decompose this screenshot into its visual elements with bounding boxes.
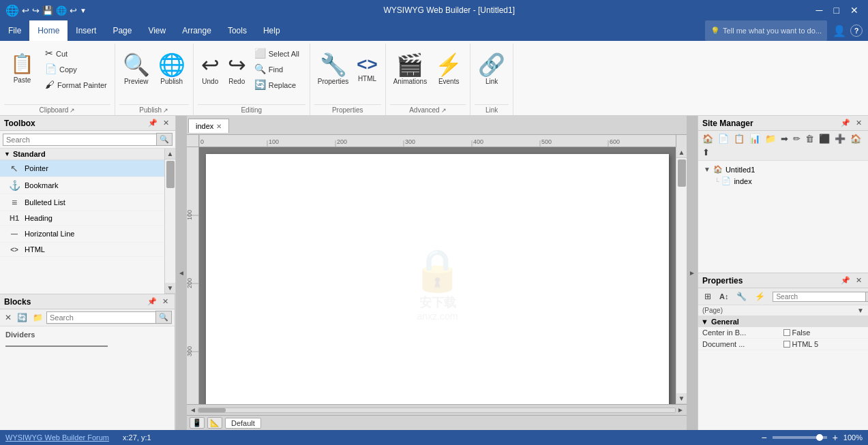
document-checkbox[interactable] [783,341,790,348]
props-tab-typography[interactable]: A↕ [716,290,732,303]
sm-edit-button[interactable]: ✏ [791,132,803,145]
menu-home[interactable]: Home [29,20,68,41]
quick-access-extra[interactable]: ↩ [70,5,77,16]
minimize-button[interactable]: ─ [812,0,827,20]
blocks-delete-button[interactable]: ✕ [3,311,14,324]
account-button[interactable]: 👤 [833,25,846,37]
menu-arrange[interactable]: Arrange [174,20,220,41]
sm-copy-page-button[interactable]: 📋 [732,132,747,145]
cut-button[interactable]: ✂ Cut [42,46,110,61]
events-button[interactable]: ⚡ Events [432,46,466,90]
props-page-dropdown[interactable]: ▼ [857,307,864,314]
undo-button[interactable]: ↩ Undo [198,46,223,90]
canvas-scroll-up[interactable]: ▲ [676,147,687,158]
blocks-refresh-button[interactable]: 🔄 [15,311,29,324]
toolbox-item-html[interactable]: <> HTML [0,243,164,257]
props-tab-events[interactable]: ⚡ [751,290,768,303]
find-button[interactable]: 🔍 Find [251,62,305,77]
toolbox-item-heading[interactable]: H1 Heading [0,211,164,226]
canvas-hscroll-right[interactable]: ► [676,406,685,414]
canvas-hscroll-track[interactable] [198,408,676,413]
toolbox-item-pointer[interactable]: ↖ Pointer [0,160,164,177]
format-painter-button[interactable]: 🖌 Format Painter [42,78,110,93]
toolbox-search-button[interactable]: 🔍 [156,133,173,146]
close-button[interactable]: ✕ [846,0,863,20]
html-button[interactable]: <> HTML [353,46,380,90]
site-manager-pin-button[interactable]: 📌 [839,118,852,128]
sm-root-button[interactable]: 🏠 [848,132,863,145]
replace-button[interactable]: 🔄 Replace [251,78,305,93]
paste-button[interactable]: 📋 Paste [4,46,40,90]
toolbox-scroll-down[interactable]: ▼ [165,283,175,294]
blocks-folder-button[interactable]: 📁 [31,311,45,324]
zoom-thumb[interactable] [816,434,823,441]
props-search-input[interactable] [773,292,866,302]
properties-pin-button[interactable]: 📌 [839,275,852,286]
tab-index-close[interactable]: ✕ [216,123,222,130]
toolbox-item-bulleted-list[interactable]: ≡ Bulleted List [0,194,164,211]
sm-up-button[interactable]: ⬆ [700,146,712,159]
canvas-nav-right[interactable]: ► [687,116,698,430]
sm-export-button[interactable]: ➡ [779,132,790,145]
advanced-expand-icon[interactable]: ↗ [441,107,447,114]
site-manager-close-button[interactable]: ✕ [854,118,864,128]
sm-block-button[interactable]: ⬛ [817,132,832,145]
quick-access-web[interactable]: 🌐 [56,5,67,16]
sm-table-button[interactable]: 📊 [747,132,762,145]
toolbox-close-button[interactable]: ✕ [161,118,171,128]
toolbox-scroll-up[interactable]: ▲ [165,149,175,159]
props-tab-layout[interactable]: ⊞ [701,290,715,303]
toolbox-item-bookmark[interactable]: ⚓ Bookmark [0,177,164,194]
canvas-hscroll-left[interactable]: ◄ [188,406,198,414]
props-search-button[interactable]: 🔍 [865,292,868,302]
sm-new-page-button[interactable]: 📄 [716,132,731,145]
tell-me-bar[interactable]: 💡 Tell me what you want to do... [705,20,827,41]
blocks-pin-button[interactable]: 📌 [145,296,159,307]
redo-button[interactable]: ↪ Redo [224,46,250,90]
help-button[interactable]: ? [850,25,863,37]
menu-insert[interactable]: Insert [68,20,104,41]
menu-view[interactable]: View [140,20,174,41]
link-button[interactable]: 🔗 Link [475,46,509,90]
animations-button[interactable]: 🎬 Animations [390,46,430,90]
zoom-in-button[interactable]: + [833,432,838,443]
maximize-button[interactable]: □ [830,0,843,20]
quick-access-redo[interactable]: ↪ [32,5,40,16]
copy-button[interactable]: 📄 Copy [42,62,110,77]
zoom-out-button[interactable]: − [761,432,766,443]
zoom-slider[interactable] [773,436,827,439]
quick-access-dropdown[interactable]: ▼ [80,7,87,14]
menu-help[interactable]: Help [255,20,288,41]
tree-item-index[interactable]: └ 📄 index [701,175,865,187]
props-section-general[interactable]: ▼ General [698,316,868,327]
toolbox-pin-button[interactable]: 📌 [146,118,160,128]
canvas-scroll-thumb[interactable] [678,159,686,187]
quick-access-save[interactable]: 💾 [42,5,53,16]
canvas-content[interactable]: 🔒 安下载 anxz.com [199,147,676,404]
blocks-close-button[interactable]: ✕ [160,296,170,307]
blocks-search-input[interactable] [46,311,156,324]
canvas-hscroll-thumb[interactable] [198,408,226,412]
canvas-nav-left[interactable]: ◄ [176,116,187,430]
canvas-responsive-button[interactable]: 📐 [207,417,222,429]
tab-index[interactable]: index ✕ [188,119,229,133]
menu-page[interactable]: Page [104,20,140,41]
canvas-scroll-down[interactable]: ▼ [676,393,687,404]
toolbox-section-standard[interactable]: ▼ Standard [0,149,164,160]
props-tab-settings[interactable]: 🔧 [733,290,750,303]
select-all-button[interactable]: ⬜ Select All [251,46,305,61]
publish-expand-icon[interactable]: ↗ [163,107,168,114]
properties-button[interactable]: 🔧 Properties [314,46,353,90]
blocks-search-button[interactable]: 🔍 [155,311,172,324]
status-forum-link[interactable]: WYSIWYG Web Builder Forum [5,433,109,442]
clipboard-expand-icon[interactable]: ↗ [70,107,75,114]
canvas-phone-button[interactable]: 📱 [190,417,205,429]
properties-close-button[interactable]: ✕ [854,275,864,286]
tree-item-untitled1[interactable]: ▼ 🏠 Untitled1 [701,164,865,175]
toolbox-scroll-thumb[interactable] [166,161,175,188]
sm-folder-button[interactable]: 📁 [763,132,778,145]
canvas-page[interactable]: 🔒 安下载 anxz.com [206,154,669,404]
center-in-b-checkbox[interactable] [783,329,790,336]
publish-button[interactable]: 🌐 Publish [155,46,189,90]
preview-button[interactable]: 🔍 Preview [119,46,153,90]
